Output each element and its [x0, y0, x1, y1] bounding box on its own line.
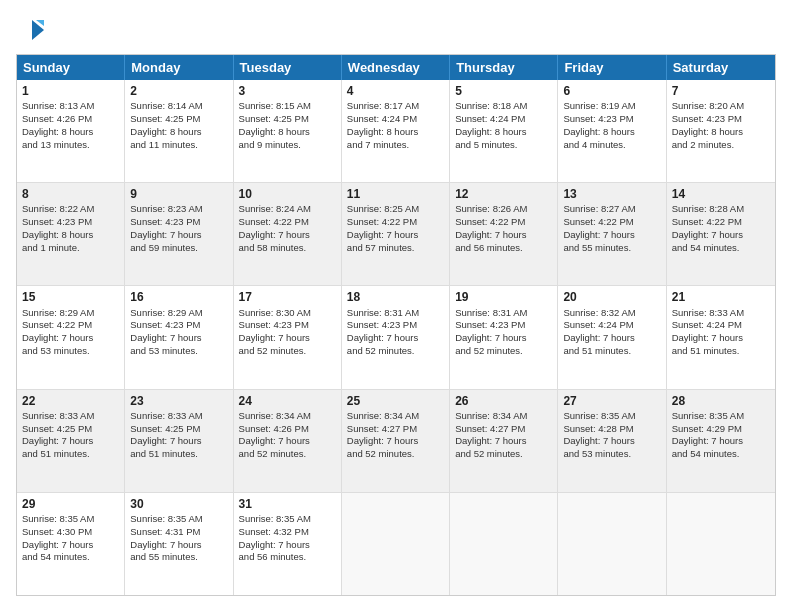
day-number: 27 — [563, 393, 660, 409]
day-info-line: Sunset: 4:25 PM — [130, 113, 227, 126]
day-info-line: Daylight: 7 hours — [130, 539, 227, 552]
day-cell-30: 30Sunrise: 8:35 AMSunset: 4:31 PMDayligh… — [125, 493, 233, 595]
day-number: 17 — [239, 289, 336, 305]
day-of-week-thursday: Thursday — [450, 55, 558, 80]
day-info-line: Sunrise: 8:34 AM — [347, 410, 444, 423]
day-info-line: and 53 minutes. — [130, 345, 227, 358]
day-cell-1: 1Sunrise: 8:13 AMSunset: 4:26 PMDaylight… — [17, 80, 125, 182]
day-info-line: Daylight: 7 hours — [22, 332, 119, 345]
empty-cell-4-5 — [558, 493, 666, 595]
day-number: 15 — [22, 289, 119, 305]
day-cell-10: 10Sunrise: 8:24 AMSunset: 4:22 PMDayligh… — [234, 183, 342, 285]
day-number: 23 — [130, 393, 227, 409]
day-info-line: Daylight: 8 hours — [22, 229, 119, 242]
day-info-line: Sunrise: 8:25 AM — [347, 203, 444, 216]
day-cell-21: 21Sunrise: 8:33 AMSunset: 4:24 PMDayligh… — [667, 286, 775, 388]
day-number: 3 — [239, 83, 336, 99]
day-info-line: and 9 minutes. — [239, 139, 336, 152]
day-info-line: Sunset: 4:29 PM — [672, 423, 770, 436]
day-info-line: Sunrise: 8:13 AM — [22, 100, 119, 113]
day-info-line: and 5 minutes. — [455, 139, 552, 152]
day-number: 19 — [455, 289, 552, 305]
day-info-line: and 52 minutes. — [347, 448, 444, 461]
day-info-line: Sunrise: 8:14 AM — [130, 100, 227, 113]
day-number: 30 — [130, 496, 227, 512]
day-info-line: Daylight: 8 hours — [239, 126, 336, 139]
day-info-line: Sunrise: 8:33 AM — [130, 410, 227, 423]
week-row-1: 1Sunrise: 8:13 AMSunset: 4:26 PMDaylight… — [17, 80, 775, 183]
day-info-line: and 51 minutes. — [672, 345, 770, 358]
day-cell-25: 25Sunrise: 8:34 AMSunset: 4:27 PMDayligh… — [342, 390, 450, 492]
day-info-line: and 59 minutes. — [130, 242, 227, 255]
day-info-line: Sunrise: 8:34 AM — [239, 410, 336, 423]
day-info-line: and 52 minutes. — [455, 345, 552, 358]
empty-cell-4-6 — [667, 493, 775, 595]
week-row-2: 8Sunrise: 8:22 AMSunset: 4:23 PMDaylight… — [17, 183, 775, 286]
day-info-line: and 1 minute. — [22, 242, 119, 255]
day-info-line: Sunset: 4:25 PM — [239, 113, 336, 126]
day-info-line: Sunset: 4:24 PM — [563, 319, 660, 332]
day-info-line: Daylight: 7 hours — [455, 435, 552, 448]
day-info-line: and 51 minutes. — [563, 345, 660, 358]
day-cell-18: 18Sunrise: 8:31 AMSunset: 4:23 PMDayligh… — [342, 286, 450, 388]
day-cell-29: 29Sunrise: 8:35 AMSunset: 4:30 PMDayligh… — [17, 493, 125, 595]
calendar: SundayMondayTuesdayWednesdayThursdayFrid… — [16, 54, 776, 596]
week-row-5: 29Sunrise: 8:35 AMSunset: 4:30 PMDayligh… — [17, 493, 775, 595]
day-info-line: Sunrise: 8:18 AM — [455, 100, 552, 113]
day-cell-16: 16Sunrise: 8:29 AMSunset: 4:23 PMDayligh… — [125, 286, 233, 388]
day-number: 14 — [672, 186, 770, 202]
day-info-line: Daylight: 7 hours — [563, 332, 660, 345]
day-info-line: Sunrise: 8:31 AM — [455, 307, 552, 320]
day-number: 29 — [22, 496, 119, 512]
day-info-line: Sunrise: 8:24 AM — [239, 203, 336, 216]
day-info-line: Sunrise: 8:35 AM — [563, 410, 660, 423]
day-info-line: Sunset: 4:23 PM — [672, 113, 770, 126]
day-info-line: and 51 minutes. — [130, 448, 227, 461]
day-info-line: and 52 minutes. — [239, 448, 336, 461]
day-number: 4 — [347, 83, 444, 99]
day-info-line: Daylight: 8 hours — [130, 126, 227, 139]
day-number: 21 — [672, 289, 770, 305]
day-number: 1 — [22, 83, 119, 99]
day-info-line: and 52 minutes. — [239, 345, 336, 358]
day-info-line: Sunset: 4:30 PM — [22, 526, 119, 539]
day-info-line: Daylight: 7 hours — [239, 332, 336, 345]
day-info-line: Daylight: 7 hours — [347, 332, 444, 345]
day-info-line: Sunset: 4:23 PM — [239, 319, 336, 332]
day-info-line: Sunrise: 8:35 AM — [672, 410, 770, 423]
day-of-week-friday: Friday — [558, 55, 666, 80]
day-info-line: Sunrise: 8:31 AM — [347, 307, 444, 320]
day-cell-22: 22Sunrise: 8:33 AMSunset: 4:25 PMDayligh… — [17, 390, 125, 492]
day-number: 24 — [239, 393, 336, 409]
day-info-line: Sunrise: 8:30 AM — [239, 307, 336, 320]
day-info-line: Sunset: 4:22 PM — [239, 216, 336, 229]
day-cell-12: 12Sunrise: 8:26 AMSunset: 4:22 PMDayligh… — [450, 183, 558, 285]
day-cell-11: 11Sunrise: 8:25 AMSunset: 4:22 PMDayligh… — [342, 183, 450, 285]
day-info-line: Daylight: 8 hours — [455, 126, 552, 139]
day-number: 22 — [22, 393, 119, 409]
day-cell-3: 3Sunrise: 8:15 AMSunset: 4:25 PMDaylight… — [234, 80, 342, 182]
day-info-line: Sunrise: 8:29 AM — [22, 307, 119, 320]
day-info-line: Sunrise: 8:34 AM — [455, 410, 552, 423]
day-info-line: Sunrise: 8:15 AM — [239, 100, 336, 113]
day-info-line: Sunrise: 8:22 AM — [22, 203, 119, 216]
day-cell-20: 20Sunrise: 8:32 AMSunset: 4:24 PMDayligh… — [558, 286, 666, 388]
day-info-line: Daylight: 7 hours — [672, 435, 770, 448]
day-info-line: Daylight: 8 hours — [563, 126, 660, 139]
day-number: 25 — [347, 393, 444, 409]
day-number: 13 — [563, 186, 660, 202]
day-info-line: Sunset: 4:25 PM — [22, 423, 119, 436]
day-info-line: Daylight: 7 hours — [239, 435, 336, 448]
day-info-line: Daylight: 7 hours — [130, 229, 227, 242]
day-info-line: Sunset: 4:23 PM — [563, 113, 660, 126]
day-number: 20 — [563, 289, 660, 305]
day-number: 5 — [455, 83, 552, 99]
day-info-line: Sunrise: 8:33 AM — [22, 410, 119, 423]
day-info-line: and 52 minutes. — [347, 345, 444, 358]
calendar-header: SundayMondayTuesdayWednesdayThursdayFrid… — [17, 55, 775, 80]
calendar-body: 1Sunrise: 8:13 AMSunset: 4:26 PMDaylight… — [17, 80, 775, 595]
day-number: 11 — [347, 186, 444, 202]
day-info-line: Sunrise: 8:28 AM — [672, 203, 770, 216]
day-info-line: and 53 minutes. — [563, 448, 660, 461]
day-of-week-tuesday: Tuesday — [234, 55, 342, 80]
